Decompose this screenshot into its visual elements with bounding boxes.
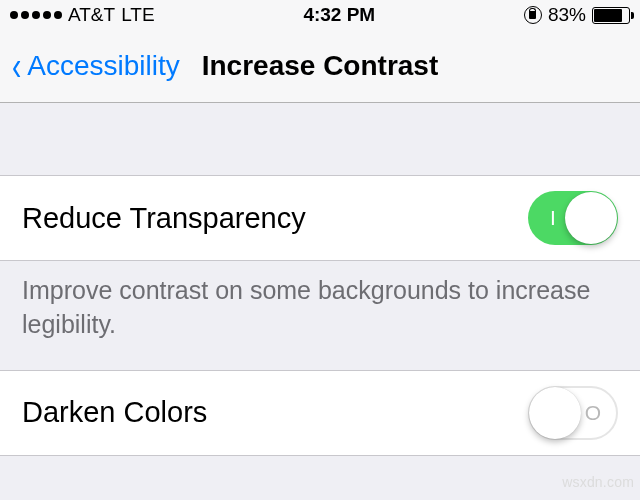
battery-icon: [592, 7, 630, 24]
page-title: Increase Contrast: [202, 50, 439, 82]
status-time: 4:32 PM: [303, 4, 375, 26]
content: Reduce Transparency Improve contrast on …: [0, 103, 640, 456]
status-left: AT&T LTE: [10, 4, 155, 26]
reduce-transparency-toggle[interactable]: [528, 191, 618, 245]
battery-percent: 83%: [548, 4, 586, 26]
darken-colors-toggle[interactable]: [528, 386, 618, 440]
back-button[interactable]: ‹ Accessibility: [10, 46, 180, 86]
reduce-transparency-label: Reduce Transparency: [22, 202, 306, 235]
status-right: 83%: [524, 4, 630, 26]
orientation-lock-icon: [524, 6, 542, 24]
reduce-transparency-row: Reduce Transparency: [0, 175, 640, 261]
back-label: Accessibility: [27, 50, 179, 82]
status-bar: AT&T LTE 4:32 PM 83%: [0, 0, 640, 30]
carrier-label: AT&T: [68, 4, 115, 26]
chevron-left-icon: ‹: [12, 46, 21, 86]
toggle-knob: [529, 387, 581, 439]
network-label: LTE: [121, 4, 154, 26]
nav-bar: ‹ Accessibility Increase Contrast: [0, 30, 640, 103]
darken-colors-label: Darken Colors: [22, 396, 207, 429]
toggle-knob: [565, 192, 617, 244]
reduce-transparency-footer: Improve contrast on some backgrounds to …: [0, 261, 640, 370]
darken-colors-row: Darken Colors: [0, 370, 640, 456]
signal-strength-icon: [10, 11, 62, 19]
battery-fill: [594, 9, 622, 22]
section-spacer: [0, 103, 640, 175]
watermark: wsxdn.com: [562, 474, 634, 490]
